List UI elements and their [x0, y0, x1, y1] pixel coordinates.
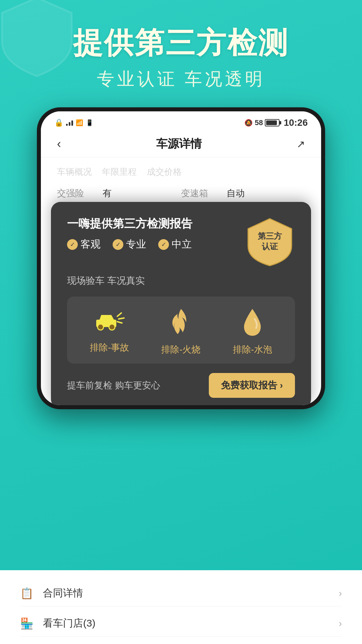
mute-icon: 🔕	[244, 119, 253, 127]
store-label-group: 🏪 看车门店(3)	[20, 616, 96, 630]
partial-item-2: 年限里程	[102, 166, 137, 178]
page-title: 车源详情	[156, 136, 202, 152]
label-insurance: 交强险	[57, 187, 97, 199]
inspection-title: 一嗨提供第三方检测报告	[67, 216, 192, 231]
contract-icon: 📋	[20, 587, 34, 600]
svg-point-2	[109, 324, 115, 330]
battery-icon	[265, 119, 280, 126]
background: 提供第三方检测 专业认证 车况透明 🔒 📶 📱	[0, 0, 362, 644]
check-icon-2: ✓	[113, 239, 123, 250]
hero-subtitle: 专业认证 车况透明	[0, 67, 362, 91]
partial-item-1: 车辆概况	[57, 166, 92, 178]
svg-line-5	[117, 322, 122, 323]
store-icon: 🏪	[20, 617, 34, 630]
hero-title: 提供第三方检测	[0, 27, 362, 59]
car-crash-icon	[95, 310, 125, 337]
back-button[interactable]: ‹	[57, 137, 61, 151]
label-gearbox: 变速箱	[181, 187, 221, 199]
partial-item-3: 成交价格	[147, 166, 182, 178]
phone-mockup: 🔒 📶 📱 🔕 58 10:26	[37, 107, 325, 443]
inspection-badges: ✓ 客观 ✓ 专业 ✓ 中立	[67, 237, 192, 251]
contract-label: 合同详情	[43, 586, 83, 600]
contract-detail-row[interactable]: 📋 合同详情 ›	[20, 580, 342, 606]
detail-col-left-1: 交强险 有	[57, 187, 181, 199]
store-label: 看车门店(3)	[43, 616, 96, 630]
inspection-icons-row: 排除-事故 排除-火烧	[67, 297, 295, 364]
icon-fire: 排除-火烧	[161, 307, 200, 356]
partial-header-row: 车辆概况 年限里程 成交价格	[57, 163, 305, 181]
phone-frame: 🔒 📶 📱 🔕 58 10:26	[37, 107, 325, 409]
svg-line-4	[119, 318, 124, 319]
icon-accident: 排除-事故	[90, 310, 129, 354]
lock-icon: 🔒	[54, 118, 63, 127]
detail-col-right-1: 变速箱 自动	[181, 187, 305, 199]
icon-fire-label: 排除-火烧	[161, 343, 200, 356]
badge-label-1: 客观	[80, 237, 101, 251]
svg-line-3	[117, 313, 121, 316]
value-gearbox: 自动	[227, 187, 245, 199]
share-button[interactable]: ↗	[297, 138, 305, 150]
badge-professional: ✓ 专业	[113, 237, 146, 251]
check-icon-3: ✓	[158, 239, 169, 250]
contract-label-group: 📋 合同详情	[20, 586, 83, 600]
inspection-action-bar: 提车前复检 购车更安心 免费获取报告 ›	[67, 373, 295, 405]
icon-water: 排除-水泡	[233, 307, 272, 356]
action-text: 提车前复检 购车更安心	[67, 379, 209, 391]
third-party-shield: 第三方认证	[245, 216, 295, 266]
hero-section: 提供第三方检测 专业认证 车况透明	[0, 27, 362, 91]
status-bar: 🔒 📶 📱 🔕 58 10:26	[41, 111, 321, 131]
phone-icon: 📱	[86, 119, 93, 126]
signal-icon: 📶	[76, 119, 83, 126]
status-right: 🔕 58 10:26	[244, 117, 308, 128]
icon-water-label: 排除-水泡	[233, 343, 272, 356]
shield-text: 第三方认证	[258, 231, 282, 252]
badge-label-2: 专业	[126, 237, 146, 251]
value-insurance: 有	[103, 187, 112, 199]
store-arrow: ›	[339, 618, 342, 629]
phone-screen: 🔒 📶 📱 🔕 58 10:26	[41, 111, 321, 405]
status-left-icons: 🔒 📶 📱	[54, 118, 93, 127]
get-report-label: 免费获取报告 ›	[221, 379, 283, 392]
contract-arrow: ›	[339, 588, 342, 599]
battery-level: 58	[255, 118, 263, 127]
water-icon	[241, 307, 264, 339]
inspection-tagline: 现场验车 车况真实	[67, 274, 295, 287]
check-icon-1: ✓	[67, 239, 78, 250]
fire-icon	[169, 307, 193, 339]
inspection-card: 一嗨提供第三方检测报告 ✓ 客观 ✓ 专业	[51, 202, 311, 405]
store-row[interactable]: 🏪 看车门店(3) ›	[20, 610, 342, 637]
get-report-button[interactable]: 免费获取报告 ›	[209, 373, 295, 398]
icon-accident-label: 排除-事故	[90, 341, 129, 354]
inspection-left: 一嗨提供第三方检测报告 ✓ 客观 ✓ 专业	[67, 216, 192, 251]
badge-neutral: ✓ 中立	[158, 237, 192, 251]
app-navbar: ‹ 车源详情 ↗	[41, 131, 321, 157]
time-display: 10:26	[284, 117, 308, 128]
badge-objective: ✓ 客观	[67, 237, 101, 251]
inspection-header: 一嗨提供第三方检测报告 ✓ 客观 ✓ 专业	[67, 216, 295, 266]
bottom-section: 📋 合同详情 › 🏪 看车门店(3) ›	[0, 570, 362, 644]
wifi-icon	[66, 120, 73, 126]
svg-point-1	[98, 324, 104, 330]
badge-label-3: 中立	[172, 237, 192, 251]
